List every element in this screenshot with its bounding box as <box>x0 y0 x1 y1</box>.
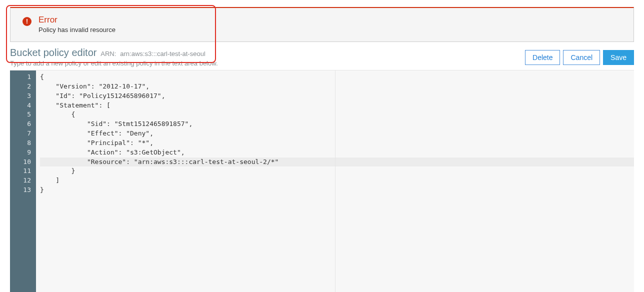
code-line[interactable] <box>40 270 634 280</box>
line-number: 3 <box>17 92 31 101</box>
line-number: 7 <box>17 129 31 138</box>
code-line[interactable]: "Effect": "Deny", <box>40 129 634 138</box>
code-line[interactable] <box>40 214 634 224</box>
editor-title: Bucket policy editor <box>10 47 96 58</box>
line-number: 11 <box>17 166 31 176</box>
code-text-area[interactable]: { "Version": "2012-10-17", "Id": "Policy… <box>36 70 634 292</box>
code-line[interactable]: "Action": "s3:GetObject", <box>40 148 634 158</box>
cancel-button[interactable]: Cancel <box>563 50 600 65</box>
code-line[interactable]: "Version": "2012-10-17", <box>40 82 634 92</box>
code-line[interactable] <box>40 242 634 252</box>
code-line[interactable]: { <box>40 110 634 120</box>
error-alert: ! Error Policy has invalid resource <box>10 7 634 42</box>
line-number: 6 <box>17 120 31 129</box>
code-line[interactable] <box>40 232 634 242</box>
save-button[interactable]: Save <box>603 50 634 65</box>
error-title: Error <box>38 15 624 25</box>
policy-code-editor[interactable]: 12345678910111213 { "Version": "2012-10-… <box>10 70 634 292</box>
code-line[interactable] <box>40 289 634 292</box>
code-line[interactable] <box>40 280 634 290</box>
editor-subtitle: Type to add a new policy or edit an exis… <box>10 60 218 67</box>
code-line[interactable]: { <box>40 72 634 82</box>
code-line[interactable]: "Principal": "*", <box>40 138 634 148</box>
error-icon: ! <box>22 17 32 26</box>
line-number <box>17 224 31 233</box>
code-line[interactable]: } <box>40 186 634 195</box>
line-number <box>17 195 31 204</box>
line-number <box>17 280 31 290</box>
line-number: 12 <box>17 176 31 186</box>
line-number <box>17 252 31 261</box>
line-number <box>17 270 31 280</box>
line-number <box>17 232 31 242</box>
code-line[interactable]: ] <box>40 176 634 186</box>
error-message: Policy has invalid resource <box>38 26 624 34</box>
code-line[interactable] <box>40 195 634 204</box>
code-line[interactable]: "Id": "Policy1512465896017", <box>40 92 634 101</box>
code-line[interactable] <box>40 252 634 261</box>
line-number: 8 <box>17 138 31 148</box>
code-line[interactable]: } <box>40 166 634 176</box>
editor-header: Bucket policy editor ARN: arn:aws:s3:::c… <box>10 47 634 67</box>
line-number: 4 <box>17 101 31 110</box>
code-line[interactable]: "Statement": [ <box>40 101 634 110</box>
line-number <box>17 242 31 252</box>
line-number <box>17 204 31 214</box>
arn-label: ARN: <box>100 50 116 58</box>
line-number: 5 <box>17 110 31 120</box>
code-line[interactable] <box>40 224 634 233</box>
delete-button[interactable]: Delete <box>525 50 560 65</box>
line-number-gutter: 12345678910111213 <box>10 70 36 292</box>
code-line[interactable]: "Resource": "arn:aws:s3:::carl-test-at-s… <box>40 158 634 167</box>
line-number: 9 <box>17 148 31 158</box>
line-number <box>17 261 31 270</box>
line-number: 1 <box>17 72 31 82</box>
line-number: 13 <box>17 186 31 195</box>
line-number <box>17 289 31 292</box>
line-number: 10 <box>17 158 31 167</box>
line-number <box>17 214 31 224</box>
arn-value: arn:aws:s3:::carl-test-at-seoul <box>120 50 206 58</box>
code-line[interactable] <box>40 204 634 214</box>
code-line[interactable]: "Sid": "Stmt1512465891857", <box>40 120 634 129</box>
code-line[interactable] <box>40 261 634 270</box>
line-number: 2 <box>17 82 31 92</box>
